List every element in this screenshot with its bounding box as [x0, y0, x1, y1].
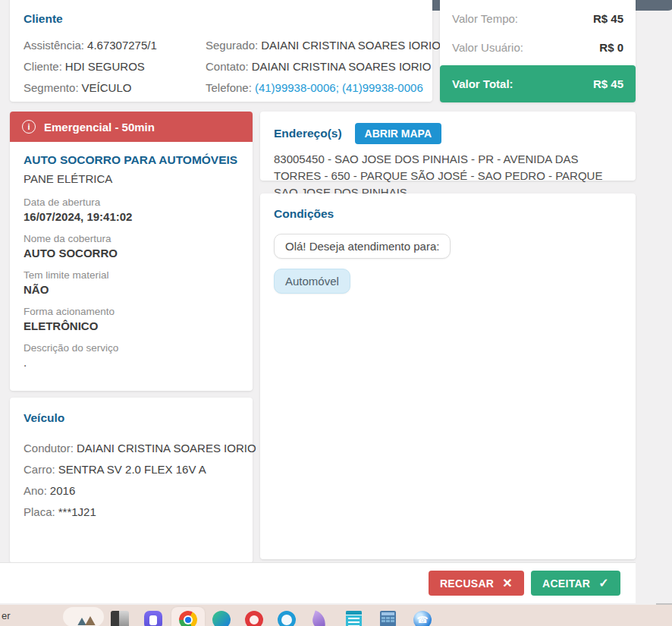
service-title: AUTO SOCORRO PARA AUTOMÓVEIS: [24, 153, 239, 167]
client-card: Cliente Assistência:4.67307275/1 Cliente…: [10, 0, 432, 102]
field-placa: Placa:***1J21: [24, 502, 239, 523]
value-total-bar: Valor Total: R$ 45: [440, 65, 636, 102]
opera-icon[interactable]: [245, 611, 263, 626]
ring-app-icon[interactable]: [278, 611, 296, 626]
address-card: Endereço(s) ABRIR MAPA 83005450 - SAO JO…: [260, 112, 636, 181]
phone-link[interactable]: (41)99938-0006; (41)99938-0006: [255, 81, 423, 94]
weather-widget-icon[interactable]: [74, 612, 96, 625]
feather-app-icon[interactable]: [310, 611, 329, 626]
address-card-title: Endereço(s): [274, 127, 342, 140]
field-descricao: Descrição do serviço .: [24, 342, 239, 369]
service-dispatch-screen: { "topbar": { "color": "#5e6b79" }, "cli…: [0, 0, 672, 626]
field-ano: Ano:2016: [24, 480, 239, 502]
calculator-icon[interactable]: [380, 611, 396, 626]
field-forma-acionamento: Forma acionamento ELETRÔNICO: [24, 306, 239, 332]
conditions-card: Condições Olá! Deseja atendimento para: …: [260, 193, 636, 559]
field-cobertura: Nome da cobertura AUTO SOCORRO: [24, 233, 239, 260]
accept-button[interactable]: ACEITAR ✓: [531, 571, 620, 596]
field-limite-material: Tem limite material NÃO: [24, 269, 239, 296]
vehicle-card: Veículo Condutor:DAIANI CRISTINA SOARES …: [10, 398, 253, 563]
client-card-title: Cliente: [24, 12, 419, 26]
check-icon: ✓: [598, 576, 609, 590]
chat-message-question: Olá! Deseja atendimento para:: [274, 234, 451, 259]
field-cliente: Cliente:HDI SEGUROS: [24, 56, 206, 77]
notepad-icon[interactable]: [346, 611, 362, 626]
service-card: i Emergencial - 50min AUTO SOCORRO PARA …: [10, 112, 253, 391]
chat-message-answer: Automóvel: [274, 269, 350, 294]
field-assistencia: Assistência:4.67307275/1: [24, 35, 206, 56]
phone-app-icon[interactable]: ☎: [413, 611, 432, 626]
action-footer: RECUSAR ✕ ACEITAR ✓: [0, 562, 636, 603]
taskbar-partial-text: er: [2, 610, 11, 621]
value-row-tempo: Valor Tempo: R$ 45: [440, 4, 636, 33]
info-circle-icon: i: [22, 120, 36, 134]
field-data-abertura: Data de abertura 16/07/2024, 19:41:02: [24, 197, 239, 223]
file-explorer-icon[interactable]: [111, 611, 129, 626]
purple-app-icon[interactable]: [144, 611, 162, 626]
field-segurado: Segurado:DAIANI CRISTINA SOARES IORIO: [206, 35, 441, 56]
emergency-banner-label: Emergencial - 50min: [44, 121, 155, 134]
reject-button[interactable]: RECUSAR ✕: [429, 571, 524, 596]
chrome-icon[interactable]: [179, 611, 197, 626]
field-telefone: Telefone:(41)99938-0006; (41)99938-0006: [206, 77, 441, 99]
field-condutor: Condutor:DAIANI CRISTINA SOARES IORIO: [24, 438, 239, 459]
edge-icon[interactable]: [212, 611, 231, 626]
client-fields: Assistência:4.67307275/1 Cliente:HDI SEG…: [24, 35, 419, 99]
emergency-banner: i Emergencial - 50min: [10, 112, 253, 142]
open-map-button[interactable]: ABRIR MAPA: [355, 123, 441, 144]
values-card: Valor Tempo: R$ 45 Valor Usuário: R$ 0 V…: [440, 0, 636, 102]
x-icon: ✕: [502, 576, 513, 590]
conditions-card-title: Condições: [274, 207, 622, 221]
taskbar: er ☎: [0, 605, 672, 626]
service-subtitle: PANE ELÉTRICA: [24, 172, 239, 185]
vehicle-card-title: Veículo: [24, 411, 239, 425]
field-carro: Carro:SENTRA SV 2.0 FLEX 16V A: [24, 459, 239, 480]
field-contato: Contato:DAIANI CRISTINA SOARES IORIO: [206, 56, 441, 77]
value-row-usuario: Valor Usuário: R$ 0: [440, 33, 636, 61]
field-segmento: Segmento:VEÍCULO: [24, 77, 206, 99]
